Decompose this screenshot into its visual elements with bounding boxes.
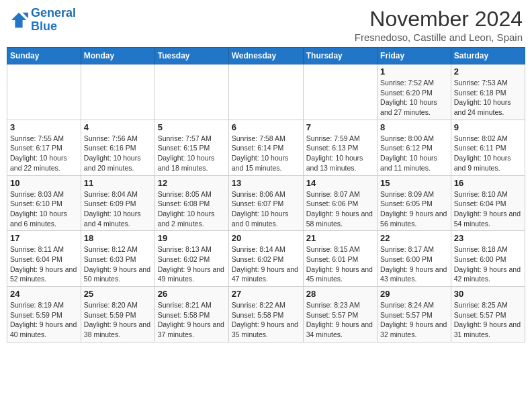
day-info: Sunrise: 8:15 AM Sunset: 6:01 PM Dayligh… (306, 244, 374, 284)
calendar-cell: 25Sunrise: 8:20 AM Sunset: 5:59 PM Dayli… (81, 287, 154, 342)
calendar-body: 1Sunrise: 7:52 AM Sunset: 6:20 PM Daylig… (7, 64, 525, 342)
day-number: 20 (232, 233, 300, 243)
calendar-cell: 14Sunrise: 8:07 AM Sunset: 6:06 PM Dayli… (303, 175, 377, 231)
day-number: 17 (10, 233, 78, 243)
weekday-header: Friday (378, 48, 451, 64)
day-number: 24 (10, 289, 78, 299)
weekday-header: Wednesday (228, 48, 303, 64)
calendar-cell: 11Sunrise: 8:04 AM Sunset: 6:09 PM Dayli… (81, 175, 154, 231)
calendar-cell: 2Sunrise: 7:53 AM Sunset: 6:18 PM Daylig… (451, 64, 525, 120)
day-info: Sunrise: 8:07 AM Sunset: 6:06 PM Dayligh… (306, 189, 374, 229)
day-number: 29 (380, 289, 448, 299)
day-info: Sunrise: 8:06 AM Sunset: 6:07 PM Dayligh… (232, 189, 300, 229)
page-title: November 2024 (355, 7, 523, 32)
day-info: Sunrise: 8:17 AM Sunset: 6:00 PM Dayligh… (380, 244, 448, 284)
day-info: Sunrise: 8:10 AM Sunset: 6:04 PM Dayligh… (454, 189, 522, 229)
day-info: Sunrise: 8:25 AM Sunset: 5:57 PM Dayligh… (454, 300, 522, 340)
calendar-cell: 12Sunrise: 8:05 AM Sunset: 6:08 PM Dayli… (154, 175, 228, 231)
calendar-cell: 13Sunrise: 8:06 AM Sunset: 6:07 PM Dayli… (228, 175, 303, 231)
day-info: Sunrise: 8:09 AM Sunset: 6:05 PM Dayligh… (380, 189, 448, 229)
day-number: 12 (158, 178, 226, 188)
day-number: 22 (380, 233, 448, 243)
day-number: 19 (158, 233, 226, 243)
calendar-row: 1Sunrise: 7:52 AM Sunset: 6:20 PM Daylig… (7, 64, 525, 120)
calendar-row: 3Sunrise: 7:55 AM Sunset: 6:17 PM Daylig… (7, 120, 525, 175)
day-number: 10 (10, 178, 78, 188)
calendar-cell: 22Sunrise: 8:17 AM Sunset: 6:00 PM Dayli… (378, 231, 451, 287)
day-number: 14 (306, 178, 374, 188)
logo-text: General Blue (31, 7, 76, 34)
day-info: Sunrise: 8:23 AM Sunset: 5:57 PM Dayligh… (306, 300, 374, 340)
day-info: Sunrise: 8:04 AM Sunset: 6:09 PM Dayligh… (84, 189, 152, 229)
day-info: Sunrise: 8:03 AM Sunset: 6:10 PM Dayligh… (10, 189, 78, 229)
day-number: 11 (84, 178, 152, 188)
calendar-cell: 30Sunrise: 8:25 AM Sunset: 5:57 PM Dayli… (451, 287, 525, 342)
day-info: Sunrise: 8:02 AM Sunset: 6:11 PM Dayligh… (454, 134, 522, 173)
day-number: 26 (158, 289, 226, 299)
calendar-cell: 6Sunrise: 7:58 AM Sunset: 6:14 PM Daylig… (228, 120, 303, 175)
calendar-cell: 15Sunrise: 8:09 AM Sunset: 6:05 PM Dayli… (378, 175, 451, 231)
day-info: Sunrise: 8:12 AM Sunset: 6:03 PM Dayligh… (84, 244, 152, 284)
day-number: 2 (454, 66, 522, 77)
day-number: 5 (158, 122, 226, 132)
title-block: November 2024 Fresnedoso, Castille and L… (355, 7, 523, 43)
svg-marker-0 (11, 13, 26, 28)
calendar-row: 17Sunrise: 8:11 AM Sunset: 6:04 PM Dayli… (7, 231, 525, 287)
day-info: Sunrise: 8:18 AM Sunset: 6:00 PM Dayligh… (454, 244, 522, 284)
day-number: 15 (380, 178, 448, 188)
day-info: Sunrise: 8:19 AM Sunset: 5:59 PM Dayligh… (10, 300, 78, 340)
day-number: 28 (306, 289, 374, 299)
day-number: 7 (306, 122, 374, 132)
calendar-cell: 28Sunrise: 8:23 AM Sunset: 5:57 PM Dayli… (303, 287, 377, 342)
calendar-cell: 3Sunrise: 7:55 AM Sunset: 6:17 PM Daylig… (7, 120, 81, 175)
calendar-cell (81, 64, 154, 120)
calendar-cell: 27Sunrise: 8:22 AM Sunset: 5:58 PM Dayli… (228, 287, 303, 342)
day-info: Sunrise: 8:14 AM Sunset: 6:02 PM Dayligh… (232, 244, 300, 284)
logo: General Blue (9, 7, 76, 34)
calendar-cell: 29Sunrise: 8:24 AM Sunset: 5:57 PM Dayli… (378, 287, 451, 342)
day-number: 27 (232, 289, 300, 299)
day-number: 21 (306, 233, 374, 243)
day-number: 13 (232, 178, 300, 188)
calendar-cell: 9Sunrise: 8:02 AM Sunset: 6:11 PM Daylig… (451, 120, 525, 175)
weekday-header: Monday (81, 48, 154, 64)
weekday-header: Thursday (303, 48, 377, 64)
calendar-cell: 4Sunrise: 7:56 AM Sunset: 6:16 PM Daylig… (81, 120, 154, 175)
day-info: Sunrise: 8:24 AM Sunset: 5:57 PM Dayligh… (380, 300, 448, 340)
logo-line1: General (31, 6, 76, 19)
calendar-cell: 16Sunrise: 8:10 AM Sunset: 6:04 PM Dayli… (451, 175, 525, 231)
day-info: Sunrise: 7:55 AM Sunset: 6:17 PM Dayligh… (10, 134, 78, 173)
day-number: 9 (454, 122, 522, 132)
calendar-row: 10Sunrise: 8:03 AM Sunset: 6:10 PM Dayli… (7, 175, 525, 231)
logo-line2: Blue (31, 19, 57, 33)
day-number: 16 (454, 178, 522, 188)
calendar-cell (154, 64, 228, 120)
calendar-cell: 1Sunrise: 7:52 AM Sunset: 6:20 PM Daylig… (378, 64, 451, 120)
day-info: Sunrise: 7:52 AM Sunset: 6:20 PM Dayligh… (380, 78, 448, 118)
weekday-header: Tuesday (154, 48, 228, 64)
day-info: Sunrise: 8:00 AM Sunset: 6:12 PM Dayligh… (380, 134, 448, 173)
calendar-cell: 24Sunrise: 8:19 AM Sunset: 5:59 PM Dayli… (7, 287, 81, 342)
calendar-cell: 18Sunrise: 8:12 AM Sunset: 6:03 PM Dayli… (81, 231, 154, 287)
calendar-table: SundayMondayTuesdayWednesdayThursdayFrid… (7, 47, 525, 342)
calendar-cell (228, 64, 303, 120)
calendar-cell: 8Sunrise: 8:00 AM Sunset: 6:12 PM Daylig… (378, 120, 451, 175)
calendar-cell (303, 64, 377, 120)
day-number: 23 (454, 233, 522, 243)
day-info: Sunrise: 7:59 AM Sunset: 6:13 PM Dayligh… (306, 134, 374, 173)
day-info: Sunrise: 7:58 AM Sunset: 6:14 PM Dayligh… (232, 134, 300, 173)
weekday-header: Sunday (7, 48, 81, 64)
calendar-row: 24Sunrise: 8:19 AM Sunset: 5:59 PM Dayli… (7, 287, 525, 342)
day-number: 6 (232, 122, 300, 132)
day-number: 8 (380, 122, 448, 132)
day-number: 25 (84, 289, 152, 299)
day-info: Sunrise: 8:22 AM Sunset: 5:58 PM Dayligh… (232, 300, 300, 340)
day-info: Sunrise: 8:11 AM Sunset: 6:04 PM Dayligh… (10, 244, 78, 284)
day-info: Sunrise: 8:05 AM Sunset: 6:08 PM Dayligh… (158, 189, 226, 229)
calendar-cell (7, 64, 81, 120)
day-number: 1 (380, 66, 448, 77)
calendar-cell: 19Sunrise: 8:13 AM Sunset: 6:02 PM Dayli… (154, 231, 228, 287)
day-info: Sunrise: 8:21 AM Sunset: 5:58 PM Dayligh… (158, 300, 226, 340)
day-number: 4 (84, 122, 152, 132)
day-info: Sunrise: 8:20 AM Sunset: 5:59 PM Dayligh… (84, 300, 152, 340)
